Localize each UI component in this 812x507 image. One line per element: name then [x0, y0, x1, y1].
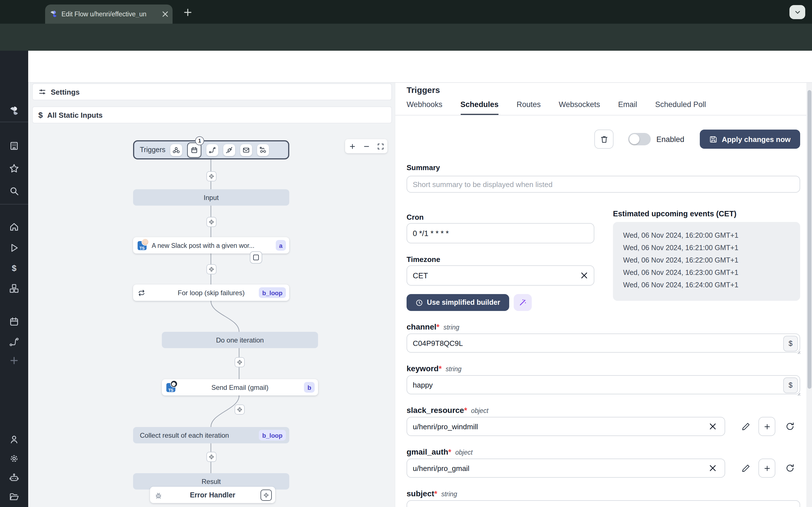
zoom-in-icon[interactable] [349, 143, 356, 150]
stop-after-step-button[interactable] [250, 251, 262, 264]
clear-icon[interactable] [581, 272, 588, 279]
slack-step-node[interactable]: TS A new Slack post with a given wor... … [133, 237, 289, 253]
add-step-button[interactable] [206, 171, 216, 181]
iteration-node[interactable]: Do one iteration [162, 332, 318, 348]
robot-icon [9, 473, 19, 483]
clear-icon[interactable] [709, 423, 716, 430]
sidebar-item-folders[interactable] [9, 492, 19, 502]
add-error-handler-button[interactable] [260, 490, 272, 501]
schedule-count-badge: 1 [195, 136, 204, 145]
event-item: Wed, 06 Nov 2024, 16:23:00 GMT+1 [623, 267, 800, 279]
refresh-icon[interactable] [785, 422, 795, 431]
channel-input[interactable] [407, 334, 800, 353]
sidebar-item-variables[interactable]: $ [9, 263, 19, 273]
flow-graph-panel: Settings $ All Static Inputs Triggers [28, 83, 395, 507]
resize-handle[interactable] [796, 350, 801, 354]
browser-tab-strip: Edit Flow u/henri/effective_un [0, 0, 812, 24]
sidebar-item-resources[interactable] [9, 283, 19, 293]
sidebar-item-runs[interactable] [9, 243, 19, 253]
plus-icon [763, 423, 770, 430]
tab-title: Edit Flow u/henri/effective_un [61, 11, 152, 17]
event-item: Wed, 06 Nov 2024, 16:24:00 GMT+1 [623, 279, 800, 291]
add-resource-button[interactable] [758, 459, 775, 478]
tab-websockets[interactable]: Websockets [559, 100, 600, 115]
edit-pencil-icon[interactable] [742, 464, 751, 473]
add-step-button[interactable] [206, 217, 216, 227]
required-marker: * [434, 489, 437, 498]
square-icon [253, 255, 259, 260]
enabled-toggle[interactable] [628, 133, 651, 145]
slack-resource-input[interactable] [407, 417, 725, 436]
keyword-field: $ [407, 375, 800, 394]
timezone-field[interactable] [407, 265, 594, 286]
scrollbar-track[interactable] [806, 83, 812, 507]
sidebar-item-favorites[interactable] [9, 163, 19, 173]
browser-tab[interactable]: Edit Flow u/henri/effective_un [45, 4, 172, 24]
email-step-id: b [304, 382, 315, 393]
delete-schedule-button[interactable] [594, 129, 613, 149]
tab-scheduled-poll[interactable]: Scheduled Poll [655, 100, 706, 115]
baby-emoji-badge [142, 238, 149, 245]
gmail-auth-input[interactable] [407, 459, 725, 478]
required-marker: * [439, 364, 442, 373]
fit-view-icon[interactable] [377, 143, 384, 150]
collect-node[interactable]: Collect result of each iteration b_loop [133, 427, 289, 443]
dollar-icon: $ [789, 381, 793, 389]
add-step-button[interactable] [206, 264, 216, 274]
keyword-input[interactable] [407, 375, 800, 394]
summary-input[interactable] [407, 176, 800, 193]
plug-icon[interactable] [223, 144, 236, 156]
scheduled-poll-icon[interactable] [257, 144, 269, 156]
scrollbar-thumb[interactable] [807, 90, 811, 389]
tab-close-icon[interactable] [162, 11, 168, 17]
sidebar-item-settings[interactable] [9, 453, 19, 464]
email-step-node[interactable]: TS Send Email (gmail) b [162, 379, 318, 395]
webhook-icon[interactable] [170, 144, 183, 156]
keyword-field-label: keyword*string [407, 364, 462, 373]
new-tab-icon[interactable] [183, 7, 193, 17]
simplified-builder-button[interactable]: Use simplified builder [407, 294, 509, 311]
mail-icon[interactable] [241, 144, 252, 156]
sidebar-item-workspace[interactable] [9, 141, 19, 151]
tab-webhooks[interactable]: Webhooks [407, 100, 442, 115]
add-step-button[interactable] [235, 357, 245, 367]
tab-search-chevron-icon[interactable] [790, 5, 805, 19]
add-resource-button[interactable] [758, 417, 775, 436]
input-node[interactable]: Input [133, 189, 289, 206]
required-marker: * [448, 447, 451, 456]
dollar-icon: $ [789, 340, 793, 348]
forloop-node[interactable]: For loop (skip failures) b_loop [133, 284, 289, 301]
error-handler-node[interactable]: Error Handler [150, 487, 275, 503]
sidebar-item-workers[interactable] [9, 473, 19, 483]
refresh-icon[interactable] [785, 464, 795, 473]
user-icon [9, 434, 19, 445]
sidebar-item-home[interactable] [9, 222, 19, 232]
sidebar-item-add[interactable] [9, 355, 19, 365]
subject-input[interactable] [407, 500, 800, 507]
channel-field: $ [407, 334, 800, 353]
clear-icon[interactable] [709, 465, 716, 471]
tab-email[interactable]: Email [618, 100, 637, 115]
windmill-logo[interactable] [9, 106, 19, 116]
edit-pencil-icon[interactable] [742, 422, 751, 431]
tab-schedules[interactable]: Schedules [460, 100, 499, 115]
timezone-input[interactable] [407, 265, 594, 286]
gmail-auth-field-label: gmail_auth*object [407, 447, 472, 456]
tab-routes[interactable]: Routes [516, 100, 541, 115]
sidebar-item-routes[interactable] [9, 337, 19, 347]
route-icon[interactable] [207, 144, 218, 156]
zoom-out-icon[interactable] [363, 143, 370, 150]
ai-cron-button[interactable] [514, 294, 532, 311]
channel-field-label: channel*string [407, 322, 459, 331]
apply-changes-button[interactable]: Apply changes now [700, 129, 800, 149]
resize-handle[interactable] [796, 392, 801, 396]
sidebar-item-users[interactable] [9, 434, 19, 445]
triggers-node[interactable]: Triggers [133, 140, 289, 159]
add-step-button[interactable] [206, 452, 216, 462]
cron-input[interactable] [407, 223, 594, 243]
sidebar-item-search[interactable] [9, 186, 19, 196]
insert-variable-button[interactable]: $ [783, 378, 798, 393]
add-step-button[interactable] [235, 404, 245, 414]
sidebar-item-schedules[interactable] [9, 317, 19, 327]
insert-variable-button[interactable]: $ [783, 336, 798, 351]
